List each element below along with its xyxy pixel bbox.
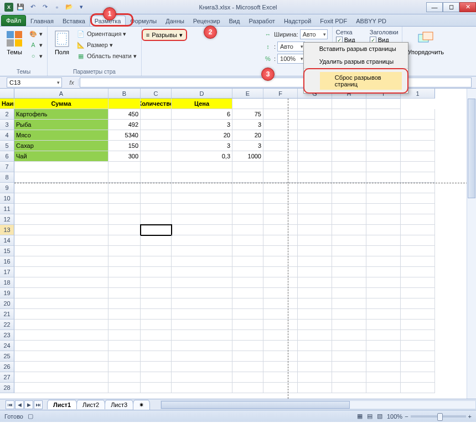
row-23[interactable]: 23	[0, 330, 14, 341]
cell[interactable]	[141, 193, 172, 204]
theme-fonts[interactable]: A▾	[28, 40, 44, 50]
row-26[interactable]: 26	[0, 362, 14, 372]
menu-remove-break[interactable]: Удалить разрыв страницы	[304, 55, 408, 68]
width-combo[interactable]: Авто	[300, 29, 328, 39]
cell[interactable]	[141, 298, 172, 309]
tab-addins[interactable]: Надстрой	[280, 16, 315, 26]
h-sum[interactable]: Сумма	[14, 99, 108, 109]
cell-qty[interactable]: 0,3	[172, 151, 232, 162]
name-box[interactable]: C13	[7, 78, 62, 87]
select-all-corner[interactable]	[0, 89, 14, 99]
minimize-button[interactable]: —	[426, 2, 443, 12]
fx-icon[interactable]: fx	[65, 79, 79, 86]
nav-next[interactable]: ▶	[24, 400, 33, 409]
margins-button[interactable]: Поля	[51, 29, 73, 56]
cell-qty[interactable]: 20	[172, 130, 232, 141]
cell[interactable]	[141, 162, 172, 172]
theme-colors[interactable]: 🎨▾	[28, 29, 44, 39]
row-10[interactable]: 10	[0, 193, 14, 204]
row-8[interactable]: 8	[0, 172, 14, 183]
breaks-button[interactable]: ≡ Разрывы ▾	[142, 29, 187, 41]
themes-button[interactable]: Темы	[3, 29, 25, 56]
row-7[interactable]: 7	[0, 162, 14, 172]
row-2[interactable]: 2	[0, 109, 14, 120]
zoom-value[interactable]: 100%	[387, 413, 402, 420]
vertical-scrollbar[interactable]	[467, 89, 476, 399]
row-25[interactable]: 25	[0, 351, 14, 362]
scale-combo[interactable]: 100%	[277, 54, 305, 64]
cell-price[interactable]: 3	[232, 141, 263, 151]
row-27[interactable]: 27	[0, 372, 14, 383]
cell-name[interactable]: Чай	[14, 151, 108, 162]
row-6[interactable]: 6	[0, 151, 14, 162]
h-blank1[interactable]	[108, 99, 141, 109]
new-icon[interactable]: ▫	[52, 2, 62, 12]
cell[interactable]	[141, 235, 172, 246]
cell[interactable]	[141, 288, 172, 298]
zoom-out[interactable]: −	[405, 413, 408, 420]
row-11[interactable]: 11	[0, 204, 14, 214]
sheet-tab-3[interactable]: Лист3	[105, 400, 133, 409]
cell[interactable]	[141, 383, 172, 393]
menu-reset-breaks[interactable]: Сброс разрывов страниц	[320, 72, 402, 90]
save-icon[interactable]: 💾	[15, 2, 25, 12]
zoom-slider[interactable]	[411, 415, 466, 418]
row-24[interactable]: 24	[0, 341, 14, 351]
size-button[interactable]: 📐Размер ▾	[75, 40, 138, 50]
row-17[interactable]: 17	[0, 267, 14, 277]
h-price[interactable]: Цена	[172, 99, 232, 109]
row-15[interactable]: 15	[0, 246, 14, 256]
nav-last[interactable]: ⏭	[34, 400, 43, 409]
h-name[interactable]: Наименование товара	[0, 99, 14, 109]
cell[interactable]	[141, 183, 172, 193]
worksheet[interactable]: A B C D E F G H I 1 Наименование товара …	[0, 89, 476, 399]
cell[interactable]	[141, 372, 172, 383]
cell[interactable]	[141, 267, 172, 277]
sheet-tab-1[interactable]: Лист1	[47, 400, 77, 409]
cell-name[interactable]: Мясо	[14, 130, 108, 141]
cell-qty[interactable]: 3	[172, 120, 232, 130]
maximize-button[interactable]: ◻	[443, 2, 459, 12]
sheet-tab-2[interactable]: Лист2	[76, 400, 105, 409]
cell-sum[interactable]: 150	[108, 141, 141, 151]
tab-file[interactable]: Файл	[1, 15, 26, 26]
col-B[interactable]: B	[108, 89, 141, 99]
close-button[interactable]: ✕	[459, 2, 476, 12]
orientation-button[interactable]: 📄Ориентация ▾	[75, 29, 138, 39]
qat-more-icon[interactable]: ▾	[76, 2, 86, 12]
cell[interactable]	[141, 330, 172, 341]
cell-name[interactable]: Картофель	[14, 109, 108, 120]
row-4[interactable]: 4	[0, 130, 14, 141]
cell-price[interactable]: 3	[232, 120, 263, 130]
open-icon[interactable]: 📂	[64, 2, 74, 12]
row-22[interactable]: 22	[0, 320, 14, 330]
row-12[interactable]: 12	[0, 214, 14, 225]
row-14[interactable]: 14	[0, 235, 14, 246]
theme-effects[interactable]: ○▾	[28, 51, 44, 61]
new-sheet-button[interactable]: ✷	[133, 400, 150, 410]
cell[interactable]	[141, 204, 172, 214]
col-F[interactable]: F	[263, 89, 298, 99]
col-E[interactable]: E	[232, 89, 263, 99]
cell-price[interactable]: 20	[232, 130, 263, 141]
h-scroll-thumb[interactable]	[161, 401, 350, 409]
cell[interactable]	[141, 277, 172, 288]
view-layout-icon[interactable]: ▤	[367, 413, 372, 420]
col-D[interactable]: D	[172, 89, 232, 99]
cell-sum[interactable]: 5340	[108, 130, 141, 141]
nav-prev[interactable]: ◀	[15, 400, 24, 409]
v-scroll-thumb[interactable]	[468, 99, 475, 198]
selected-cell[interactable]	[141, 225, 172, 235]
cell-sum[interactable]: 492	[108, 120, 141, 130]
zoom-in[interactable]: +	[468, 413, 472, 420]
row-5[interactable]: 5	[0, 141, 14, 151]
row-13[interactable]: 13	[0, 225, 14, 235]
h-qty[interactable]: Количество	[141, 99, 172, 109]
row-28[interactable]: 28	[0, 383, 14, 393]
redo-icon[interactable]: ↷	[40, 2, 50, 12]
tab-formulas[interactable]: Формулы	[126, 16, 161, 26]
cell[interactable]	[141, 362, 172, 372]
tab-data[interactable]: Данны	[161, 16, 189, 26]
tab-review[interactable]: Рецензир	[189, 16, 225, 26]
col-C[interactable]: C	[141, 89, 172, 99]
